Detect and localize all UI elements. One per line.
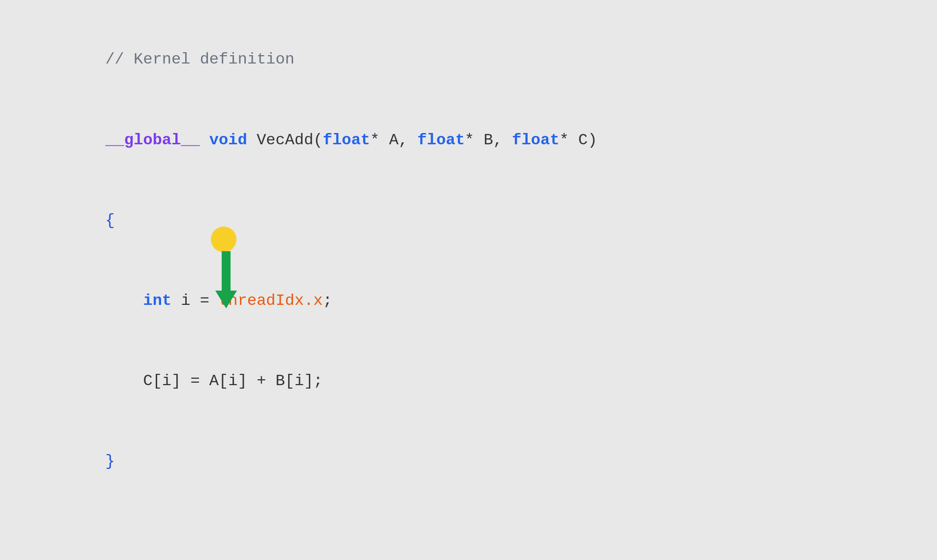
line-int-i: int i = threadIdx.x;: [30, 261, 907, 341]
line-brace-close1: }: [30, 422, 907, 502]
type-float1: float: [323, 131, 370, 149]
arrow-container: [215, 251, 237, 308]
keyword-global: __global__: [105, 131, 200, 149]
code-area: // Kernel definition __global__ void Vec…: [0, 0, 937, 560]
comment-kernel-def: // Kernel definition: [105, 50, 295, 68]
type-float2: float: [417, 131, 465, 149]
main-container: // Kernel definition __global__ void Vec…: [0, 0, 937, 560]
line-ci: C[i] = A[i] + B[i];: [30, 341, 907, 422]
line-int-main: int main(): [30, 528, 907, 560]
brace-open1: {: [105, 211, 115, 230]
keyword-void: void: [209, 131, 247, 149]
type-float3: float: [512, 131, 559, 149]
line-empty: [30, 502, 907, 528]
arrow-head: [215, 291, 237, 308]
brace-close1: }: [105, 452, 115, 470]
code-block: // Kernel definition __global__ void Vec…: [30, 20, 907, 560]
keyword-int1: int: [143, 292, 171, 310]
line-comment-kernel-def: // Kernel definition: [30, 20, 907, 100]
arrow-shaft: [222, 251, 231, 291]
cursor-dot: [211, 227, 236, 252]
line-brace-open1: {: [30, 180, 907, 261]
line-global: __global__ void VecAdd(float* A, float* …: [30, 100, 907, 180]
